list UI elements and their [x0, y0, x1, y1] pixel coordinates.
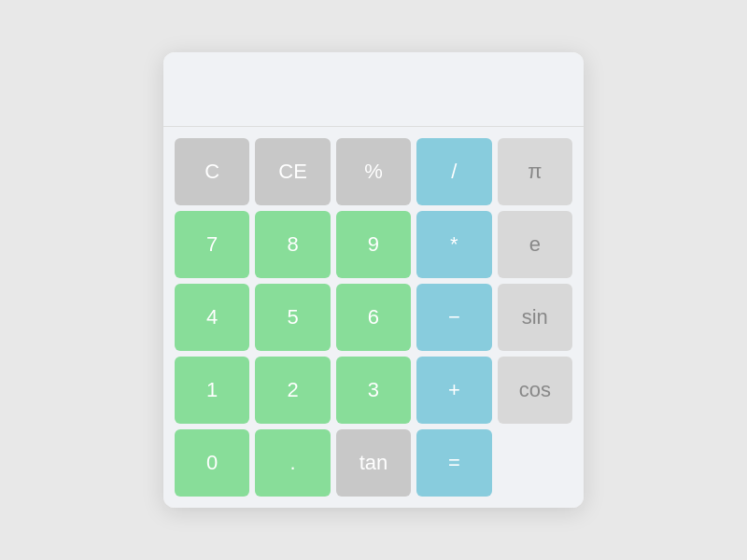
equals-button[interactable]: = [416, 429, 491, 497]
subtract-button[interactable]: − [416, 284, 491, 351]
seven-button[interactable]: 7 [175, 211, 249, 278]
one-button[interactable]: 1 [175, 357, 249, 424]
zero-button[interactable]: 0 [175, 429, 249, 497]
clear-button[interactable]: C [175, 138, 249, 205]
cos-button[interactable]: cos [498, 357, 572, 424]
euler-button[interactable]: e [498, 211, 572, 278]
sin-button[interactable]: sin [498, 284, 572, 351]
percent-button[interactable]: % [336, 138, 411, 205]
four-button[interactable]: 4 [175, 284, 249, 351]
tan-button[interactable]: tan [336, 429, 411, 497]
pi-button[interactable]: π [498, 138, 572, 205]
nine-button[interactable]: 9 [336, 211, 411, 278]
five-button[interactable]: 5 [255, 284, 330, 351]
button-grid: CCE%/π789*e456−sin123+cos0.tan= [163, 127, 584, 508]
clear-entry-button[interactable]: CE [255, 138, 330, 205]
calculator: CCE%/π789*e456−sin123+cos0.tan= [163, 52, 584, 508]
two-button[interactable]: 2 [255, 357, 330, 424]
multiply-button[interactable]: * [416, 211, 491, 278]
three-button[interactable]: 3 [336, 357, 411, 424]
eight-button[interactable]: 8 [255, 211, 330, 278]
add-button[interactable]: + [416, 357, 491, 424]
display [163, 52, 584, 127]
divide-button[interactable]: / [416, 138, 491, 205]
six-button[interactable]: 6 [336, 284, 411, 351]
decimal-button[interactable]: . [255, 429, 330, 497]
empty-button [498, 429, 572, 497]
